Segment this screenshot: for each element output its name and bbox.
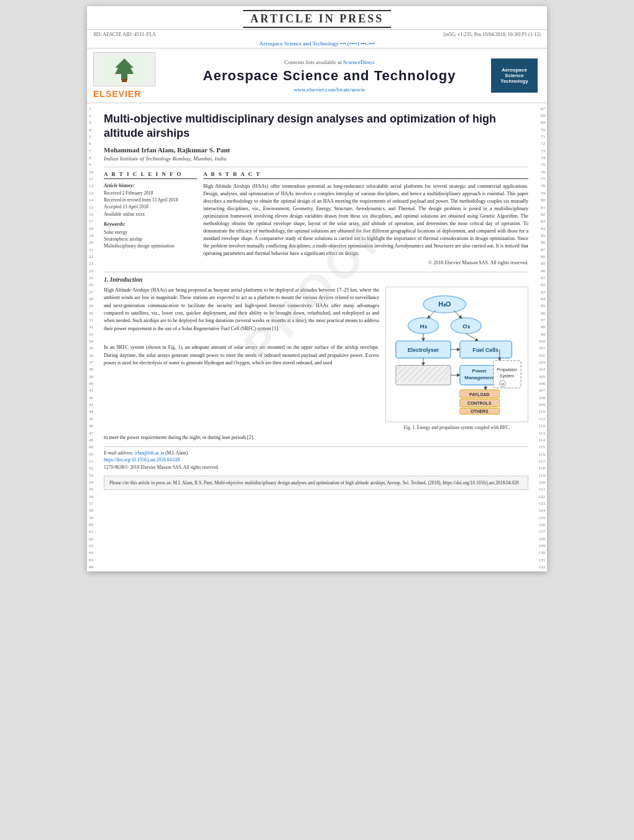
intro-heading: 1. Introduction (104, 276, 528, 283)
line-number-right: 116 (533, 451, 545, 458)
line-number-right: 109 (533, 402, 545, 408)
line-number-left: 20 (89, 240, 101, 247)
line-number-left: 26 (89, 282, 101, 289)
header-right: Aerospace Science Technology (491, 58, 541, 93)
line-number-left: 41 (89, 388, 101, 395)
line-number-right: 76 (533, 169, 545, 176)
svg-text:Propulsion: Propulsion (497, 367, 517, 372)
doi-footnote: https://doi.org/10.1016/j.ast.2018.04.02… (104, 456, 528, 463)
available-date: Available online xxxx (104, 211, 197, 218)
line-number-right: 108 (533, 395, 545, 402)
line-number-left: 57 (89, 501, 101, 507)
intro-text: High Altitude Airships (HAAs) are being … (104, 287, 379, 430)
line-number-right: 131 (533, 557, 545, 564)
line-number-right: 126 (533, 522, 545, 528)
abstract-text: High Altitude Airships (HAAs) offer trem… (203, 183, 528, 257)
line-number-left: 49 (89, 445, 101, 451)
line-number-right: 121 (533, 487, 545, 494)
line-number-left: 14 (89, 197, 101, 204)
svg-text:Electrolyser: Electrolyser (408, 347, 439, 353)
keyword-2: Stratospheric airship (104, 236, 197, 242)
svg-text:OTHERS: OTHERS (471, 409, 489, 413)
line-number-right: 90 (533, 268, 545, 275)
logo-image-box (93, 52, 155, 86)
line-number-right: 104 (533, 367, 545, 374)
main-body: 1234567891011121314151617181920212223242… (87, 103, 547, 571)
elsevier-text: ELSEVIER (93, 89, 141, 99)
line-number-right: 117 (533, 458, 545, 465)
info-abstract-row: A R T I C L E I N F O Article history: R… (104, 171, 528, 265)
line-number-right: 78 (533, 183, 545, 190)
history-title: Article history: (104, 183, 197, 188)
meta-right: [m5G; v1:235; Prn:19/04/2018; 10:30] P1 … (443, 32, 541, 37)
line-number-right: 96 (533, 310, 545, 317)
line-number-right: 114 (533, 437, 545, 444)
line-number-right: 79 (533, 190, 545, 197)
intro-continuation: to meet the power requirements during th… (104, 434, 528, 441)
line-number-right: 82 (533, 211, 545, 218)
journal-header: ELSEVIER Contents lists available at Sci… (87, 48, 547, 103)
line-number-right: 132 (533, 564, 545, 571)
article-info: A R T I C L E I N F O Article history: R… (104, 171, 197, 265)
line-number-right: 129 (533, 543, 545, 550)
line-number-left: 56 (89, 494, 101, 501)
journal-name-row: Aerospace Science and Technology ••• (••… (87, 39, 547, 48)
line-number-left: 9 (89, 162, 101, 169)
intro-para2: In an SRFC system (shown in Fig. 1), an … (104, 344, 379, 367)
line-number-right: 101 (533, 346, 545, 353)
accepted-date: Accepted 13 April 2018 (104, 203, 197, 210)
line-number-right: 83 (533, 219, 545, 226)
line-number-left: 46 (89, 423, 101, 430)
line-number-left: 59 (89, 515, 101, 522)
line-number-left: 13 (89, 190, 101, 197)
line-number-right: 100 (533, 338, 545, 345)
svg-text:CONTROLS: CONTROLS (467, 401, 492, 405)
svg-text:Management: Management (464, 375, 494, 381)
svg-text:Fuel Cells: Fuel Cells (472, 347, 498, 353)
svg-line-10 (454, 310, 462, 318)
footnotes: E-mail address: irfan@iitb.ac.in (M.I. A… (104, 446, 528, 471)
svg-text:M: M (501, 382, 504, 386)
revised-date: Received in revised form 13 April 2018 (104, 196, 197, 203)
figure-diagram: H₂O H₂ O₂ Electroly (385, 287, 528, 422)
line-number-left: 58 (89, 508, 101, 515)
line-number-right: 80 (533, 197, 545, 204)
line-number-left: 31 (89, 317, 101, 324)
line-number-right: 119 (533, 473, 545, 479)
line-number-left: 8 (89, 155, 101, 162)
line-number-right: 113 (533, 430, 545, 437)
line-number-right: 84 (533, 226, 545, 233)
svg-text:O₂: O₂ (462, 323, 470, 330)
line-number-right: 98 (533, 325, 545, 331)
line-number-right: 86 (533, 240, 545, 247)
line-number-right: 81 (533, 205, 545, 211)
line-number-right: 118 (533, 466, 545, 473)
line-number-left: 7 (89, 148, 101, 155)
journal-url[interactable]: www.elsevier.com/locate/aescte (174, 86, 485, 93)
sciencedirect-link[interactable]: ScienceDirect (343, 59, 374, 65)
divider-2 (104, 272, 528, 272)
line-number-left: 19 (89, 233, 101, 239)
doi-link[interactable]: https://doi.org/10.1016/j.ast.2018.04.02… (104, 457, 180, 463)
line-number-left: 45 (89, 416, 101, 423)
line-number-left: 65 (89, 557, 101, 564)
line-number-right: 73 (533, 148, 545, 155)
line-number-left: 55 (89, 487, 101, 494)
email-link[interactable]: irfan@iitb.ac.in (135, 450, 164, 456)
elsevier-logo-area: ELSEVIER (93, 52, 168, 99)
line-number-left: 64 (89, 550, 101, 557)
line-number-right: 85 (533, 233, 545, 239)
line-number-right: 87 (533, 247, 545, 254)
line-number-left: 54 (89, 479, 101, 486)
line-number-left: 5 (89, 134, 101, 141)
line-number-right: 102 (533, 353, 545, 359)
line-number-left: 66 (89, 564, 101, 571)
svg-text:Power: Power (472, 368, 487, 374)
line-number-right: 67 (533, 106, 545, 113)
fig-caption: Fig. 1. Energy and propulsion system cou… (385, 425, 528, 430)
svg-line-9 (428, 310, 436, 318)
line-number-right: 105 (533, 374, 545, 381)
meta-left: JID: AESCTE AID: 4533 /FLA (93, 32, 156, 37)
line-number-left: 6 (89, 141, 101, 148)
line-number-right: 72 (533, 141, 545, 148)
